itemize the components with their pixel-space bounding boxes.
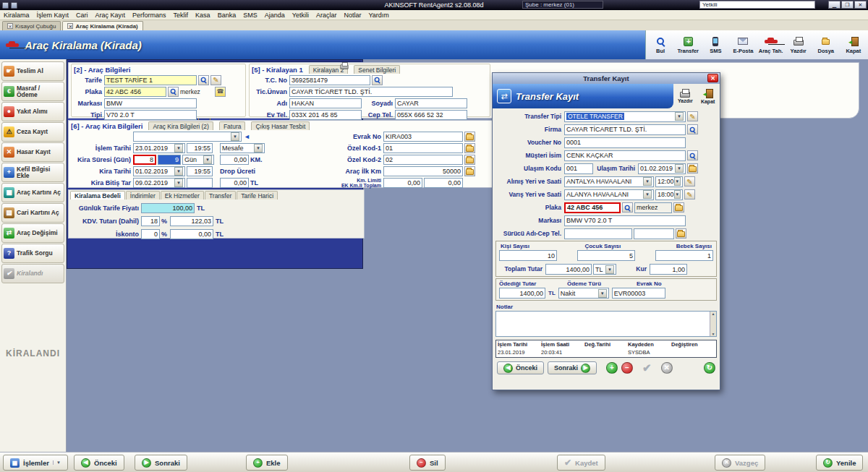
company-field[interactable]: CAYAR TİCARET TLD. ŞTİ. — [289, 87, 453, 97]
transport-date-folder-button[interactable] — [687, 163, 698, 173]
payment-doc-no-field[interactable]: EVR00003 — [612, 288, 665, 299]
vat-percent-field[interactable]: 18 — [141, 216, 160, 226]
chevron-down-icon[interactable]: ▼ — [643, 190, 652, 199]
add-button[interactable]: + Ekle — [246, 455, 288, 471]
find-button[interactable]: Bul — [647, 36, 673, 54]
first-name-field[interactable]: HAKAN — [289, 98, 362, 108]
menu-ajanda[interactable]: Ajanda — [261, 12, 289, 19]
menu-yetkili[interactable]: Yetkili — [289, 12, 312, 19]
close-icon[interactable]: ✕ — [707, 74, 718, 82]
daily-rate-field[interactable]: 100,00 — [141, 203, 195, 213]
pickup-time-select[interactable]: 12:00 ▼ — [655, 176, 683, 187]
special-code1-field[interactable]: 01 — [383, 143, 463, 153]
special-code1-folder-button[interactable] — [464, 143, 475, 153]
menu-araclar[interactable]: Araçlar — [312, 12, 341, 19]
quick-select[interactable]: ▼ — [133, 132, 242, 142]
rental-start-date-field[interactable]: 01.02.2019▼ — [133, 166, 185, 176]
minimize-icon[interactable]: ▁ — [828, 1, 841, 9]
tab-tarife-harici[interactable]: Tarife Harici — [237, 191, 278, 199]
chevron-down-icon[interactable]: ▼ — [174, 167, 183, 176]
customer-search-button[interactable] — [687, 150, 698, 160]
user-select[interactable]: Yetkili — [699, 1, 815, 9]
tab-indirimler[interactable]: İndirimler — [126, 191, 160, 199]
currency-select[interactable]: TL ▼ — [593, 264, 616, 275]
tc-search-button[interactable] — [372, 75, 383, 85]
sidebar-item-cari-kartini-ac[interactable]: ▤ Cari Kartını Aç — [1, 203, 64, 223]
rental-end-time-field[interactable] — [187, 178, 213, 188]
next-button[interactable]: ▶ Sonraki — [135, 455, 187, 471]
dialog-titlebar[interactable]: Transfer Kayıt ✕ — [493, 73, 720, 84]
dialog-close-button[interactable]: Kapat — [697, 89, 719, 104]
file-button[interactable]: Dosya — [813, 36, 839, 54]
chevron-down-icon[interactable]: ▼ — [174, 179, 183, 187]
transport-date-field[interactable]: 01.02.2019 ▼ — [638, 163, 686, 174]
tab-arac-kiralama[interactable]: ✕ Araç Kiralama (Kirada) — [62, 21, 142, 30]
document-folder-button[interactable] — [464, 132, 475, 142]
plate-field[interactable]: 42 ABC 456 — [564, 202, 621, 213]
paid-amount-field[interactable]: 1400,00 — [499, 288, 545, 299]
tab-cikis-hasar[interactable]: Çıkış Hasar Tesbit — [251, 121, 310, 130]
payment-type-select[interactable]: Nakit ▼ — [558, 288, 609, 299]
drop-fee-field[interactable]: 0,00 — [220, 178, 249, 188]
menu-yardim[interactable]: Yardım — [365, 12, 392, 19]
last-name-field[interactable]: CAYAR — [395, 98, 467, 108]
close-tab-icon[interactable]: ✕ — [67, 23, 73, 29]
notes-scrollbar[interactable]: ▲▼ — [710, 312, 716, 336]
exchange-rate-field[interactable]: 1,00 — [650, 264, 687, 275]
baby-count-field[interactable]: 1 — [655, 250, 713, 261]
driver-folder-button[interactable] — [676, 228, 686, 239]
menu-banka[interactable]: Banka — [214, 12, 240, 19]
model-field[interactable]: V70 2.0 T — [104, 110, 197, 120]
arrival-place-select[interactable]: ALANYA HAVAALANI ▼ — [564, 189, 654, 200]
plate-field[interactable]: 42 ABC 456 — [104, 87, 166, 97]
dialog-add-button[interactable]: + — [606, 362, 618, 374]
discount-amount-field[interactable]: 0,00 — [170, 229, 213, 239]
dialog-save-button[interactable]: ✔ — [642, 361, 652, 374]
brand-field[interactable]: BMW V70 2.0 T — [564, 215, 686, 226]
transfer-type-edit-button[interactable]: ✎ — [687, 111, 698, 121]
sidebar-item-kefil-ekle[interactable]: + Kefil Bilgisi Ekle — [1, 163, 64, 182]
child-count-field[interactable]: 5 — [577, 250, 635, 261]
tariff-edit-button[interactable]: ✎ — [210, 75, 221, 85]
sidebar-item-arac-degisimi[interactable]: ⇄ Araç Değişimi — [1, 223, 64, 243]
km-limit-field[interactable]: 0,00 — [383, 178, 422, 188]
speaker-icon[interactable]: ◄ — [244, 133, 250, 140]
rental-days-alt-field[interactable]: 9 — [158, 155, 181, 165]
dialog-print-button[interactable]: Yazdır — [674, 89, 696, 103]
mobile-phone-field[interactable]: 055X 666 52 32 — [395, 110, 467, 120]
transfer-type-select[interactable]: OTELE TRANSFER ▼ — [564, 111, 686, 122]
tab-kiralama-bedeli[interactable]: Kiralama Bedeli — [70, 191, 125, 199]
special-code2-field[interactable]: 02 — [383, 155, 463, 165]
chevron-down-icon[interactable]: ▼ — [254, 144, 263, 153]
km-value-field[interactable]: 0,00 — [220, 155, 249, 165]
sidebar-item-teslim-al[interactable]: ☛ Teslim Al — [1, 61, 64, 81]
chevron-down-icon[interactable]: ▼ — [675, 112, 684, 121]
company-field[interactable]: CAYAR TİCARET TLD. ŞTİ. — [564, 124, 686, 135]
menu-arac-kayit[interactable]: Araç Kayıt — [92, 12, 129, 19]
print-button[interactable]: Yazdır — [786, 36, 812, 54]
rental-end-date-field[interactable]: 09.02.2019▼ — [133, 178, 185, 188]
sidebar-item-trafik-sorgu[interactable]: ? Trafik Sorgu — [1, 244, 64, 263]
chevron-down-icon[interactable]: ▼ — [174, 144, 183, 153]
customer-name-field[interactable]: CENK KAÇKAR — [564, 150, 686, 161]
tariff-field[interactable]: TEST TARİFE 1 — [104, 75, 197, 85]
chevron-down-icon[interactable]: ▼ — [675, 164, 684, 173]
tab-senet-bilgileri[interactable]: Senet Bilgileri — [354, 65, 400, 74]
pickup-place-select[interactable]: ANTALYA HAVAALANI ▼ — [564, 176, 654, 187]
transfer-button[interactable]: Transfer — [675, 36, 701, 54]
close-icon[interactable]: ✕ — [854, 1, 867, 9]
menu-notlar[interactable]: Notlar — [340, 12, 365, 19]
previous-button[interactable]: ◀ Önceki — [74, 455, 124, 471]
vehicle-estimate-button[interactable]: Araç Tah. — [758, 36, 784, 54]
plate-search-button[interactable] — [622, 202, 633, 213]
chevron-down-icon[interactable]: ▼ — [674, 177, 681, 186]
chevron-down-icon[interactable]: ▼ — [203, 155, 212, 164]
home-phone-field[interactable]: 033X 201 45 85 — [289, 110, 362, 120]
arrival-time-select[interactable]: 18:00 ▼ — [655, 189, 683, 200]
rental-start-time-field[interactable]: 19:55 — [187, 166, 213, 176]
tab-ek-hizmetler[interactable]: Ek Hizmetler — [161, 191, 204, 199]
close-page-button[interactable]: Kapat — [841, 36, 867, 54]
plate-folder-button[interactable] — [673, 202, 684, 213]
close-tab-icon[interactable]: ✕ — [7, 23, 13, 29]
process-time-field[interactable]: 19:55 — [187, 143, 213, 153]
